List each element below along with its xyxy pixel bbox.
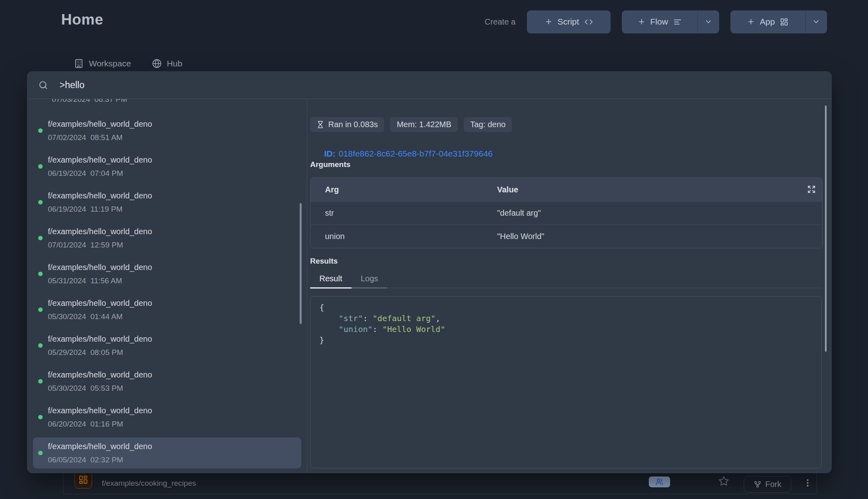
run-timestamp: 07/01/2024 12:59 PM xyxy=(48,240,152,250)
shared-users-badge[interactable] xyxy=(649,476,670,487)
run-id-link[interactable]: 018fe862-8c62-65e8-b7f7-04e31f379646 xyxy=(339,149,493,158)
success-dot-icon xyxy=(38,451,43,455)
page-title: Home xyxy=(61,11,103,28)
detail-panel-scrollbar[interactable] xyxy=(825,105,827,352)
plus-icon xyxy=(638,18,646,26)
fork-button[interactable]: Fork xyxy=(744,476,791,493)
arg-value-cell: "Hello World" xyxy=(497,232,822,241)
run-detail-panel: Ran in 0.083s Mem: 1.422MB Tag: deno ID:… xyxy=(307,99,832,473)
arg-column-header: Arg xyxy=(311,185,497,194)
json-key: "union" xyxy=(339,324,372,334)
chevron-down-icon xyxy=(812,18,820,26)
users-icon xyxy=(656,478,663,486)
json-close-brace: } xyxy=(319,335,324,345)
run-id-label: ID: xyxy=(324,149,335,158)
duration-badge: Ran in 0.083s xyxy=(310,117,384,132)
create-app-label: App xyxy=(760,17,775,27)
result-json-box: {"str": "default arg","union": "Hello Wo… xyxy=(310,296,822,468)
palette-search-bar xyxy=(27,71,832,99)
list-item-clipped[interactable]: 07/03/2024 08:37 PM xyxy=(52,99,301,104)
results-section-title: Results xyxy=(310,257,338,266)
create-app-split-button: App xyxy=(730,10,827,33)
list-item-selected[interactable]: f/examples/hello_world_deno 06/05/2024 0… xyxy=(33,437,301,468)
json-value: "default arg" xyxy=(372,313,436,323)
star-icon xyxy=(718,476,729,487)
create-flow-label: Flow xyxy=(650,17,668,27)
row-menu-button[interactable] xyxy=(803,478,812,489)
run-path: f/examples/hello_world_deno xyxy=(48,119,152,129)
expand-icon xyxy=(807,185,816,194)
list-item[interactable]: f/examples/hello_world_deno 05/31/2024 1… xyxy=(33,258,301,289)
search-input[interactable] xyxy=(59,79,832,91)
success-dot-icon xyxy=(38,236,43,240)
tab-result[interactable]: Result xyxy=(310,272,352,289)
flow-list-icon xyxy=(673,18,682,26)
results-tabs: Result Logs xyxy=(310,272,822,288)
favorite-star-button[interactable] xyxy=(718,476,729,487)
tab-hub[interactable]: Hub xyxy=(152,59,183,68)
run-timestamp: 06/05/2024 02:32 PM xyxy=(48,455,152,465)
list-item[interactable]: f/examples/hello_world_deno 05/30/2024 0… xyxy=(33,294,301,325)
create-app-dropdown-button[interactable] xyxy=(805,10,827,33)
cooking-recipes-path: f/examples/cooking_recipes xyxy=(102,479,196,488)
run-path: f/examples/hello_world_deno xyxy=(48,298,152,308)
arguments-section-title: Arguments xyxy=(310,160,350,169)
run-timestamp: 05/30/2024 01:44 AM xyxy=(48,312,152,322)
create-app-button[interactable]: App xyxy=(730,10,805,33)
list-item[interactable]: f/examples/hello_world_deno 05/29/2024 0… xyxy=(33,330,301,361)
tag-badge-label: Tag: deno xyxy=(470,120,506,129)
run-path: f/examples/hello_world_deno xyxy=(48,190,152,201)
json-value: "Hello World" xyxy=(382,324,445,334)
create-script-button[interactable]: Script xyxy=(527,10,611,33)
git-fork-icon xyxy=(754,480,761,488)
list-item[interactable]: f/examples/hello_world_deno 05/30/2024 0… xyxy=(33,366,301,397)
cooking-recipes-app-icon xyxy=(74,471,92,489)
runs-list: 07/03/2024 08:37 PM f/examples/hello_wor… xyxy=(27,99,307,473)
success-dot-icon xyxy=(38,128,43,133)
create-flow-button[interactable]: Flow xyxy=(622,10,697,33)
run-timestamp: 06/19/2024 07:04 PM xyxy=(48,169,152,178)
run-timestamp: 05/31/2024 11:56 AM xyxy=(48,276,152,286)
create-a-label: Create a xyxy=(485,17,516,27)
building-icon xyxy=(74,59,84,68)
workspace-hub-tabs: Workspace Hub xyxy=(74,59,182,68)
run-path: f/examples/hello_world_deno xyxy=(48,334,152,344)
arguments-table: Arg Value str "default arg" union "Hello… xyxy=(310,177,823,248)
list-item[interactable]: f/examples/hello_world_deno 06/19/2024 0… xyxy=(33,151,301,182)
list-item[interactable]: f/examples/hello_world_deno 07/01/2024 1… xyxy=(33,223,301,254)
tab-workspace[interactable]: Workspace xyxy=(74,59,131,68)
create-flow-dropdown-button[interactable] xyxy=(697,10,719,33)
hourglass-icon xyxy=(317,121,324,128)
runs-list-scrollbar[interactable] xyxy=(300,203,302,324)
tab-logs[interactable]: Logs xyxy=(352,272,387,289)
layout-grid-icon xyxy=(78,475,88,485)
create-script-label: Script xyxy=(557,17,579,27)
success-dot-icon xyxy=(38,343,43,348)
table-row: str "default arg" xyxy=(311,201,822,225)
chevron-down-icon xyxy=(704,18,712,26)
run-path: f/examples/hello_world_deno xyxy=(48,226,152,237)
memory-badge: Mem: 1.422MB xyxy=(390,117,458,132)
fork-button-label: Fork xyxy=(765,480,782,489)
value-column-header: Value xyxy=(497,185,822,194)
list-item[interactable]: f/examples/hello_world_deno 07/02/2024 0… xyxy=(33,115,301,146)
success-dot-icon xyxy=(38,307,43,312)
list-item[interactable]: f/examples/hello_world_deno 06/20/2024 0… xyxy=(33,402,301,433)
run-timestamp: 07/03/2024 08:37 PM xyxy=(52,99,301,104)
run-path: f/examples/hello_world_deno xyxy=(48,262,152,272)
success-dot-icon xyxy=(38,272,43,276)
run-timestamp: 07/02/2024 08:51 AM xyxy=(48,133,152,142)
list-item[interactable]: f/examples/hello_world_deno 06/19/2024 1… xyxy=(33,187,301,218)
code-icon xyxy=(584,18,593,26)
run-timestamp: 06/20/2024 01:16 PM xyxy=(48,419,152,429)
run-timestamp: 05/29/2024 08:05 PM xyxy=(48,348,152,357)
table-row: union "Hello World" xyxy=(311,225,822,248)
kebab-menu-icon xyxy=(803,478,812,488)
run-timestamp: 06/19/2024 11:19 PM xyxy=(48,204,152,214)
success-dot-icon xyxy=(38,200,43,204)
arguments-table-header: Arg Value xyxy=(311,178,822,201)
tag-badge: Tag: deno xyxy=(464,117,512,132)
expand-table-button[interactable] xyxy=(807,185,816,194)
run-timestamp: 05/30/2024 05:53 PM xyxy=(48,384,152,393)
search-icon xyxy=(39,80,48,90)
